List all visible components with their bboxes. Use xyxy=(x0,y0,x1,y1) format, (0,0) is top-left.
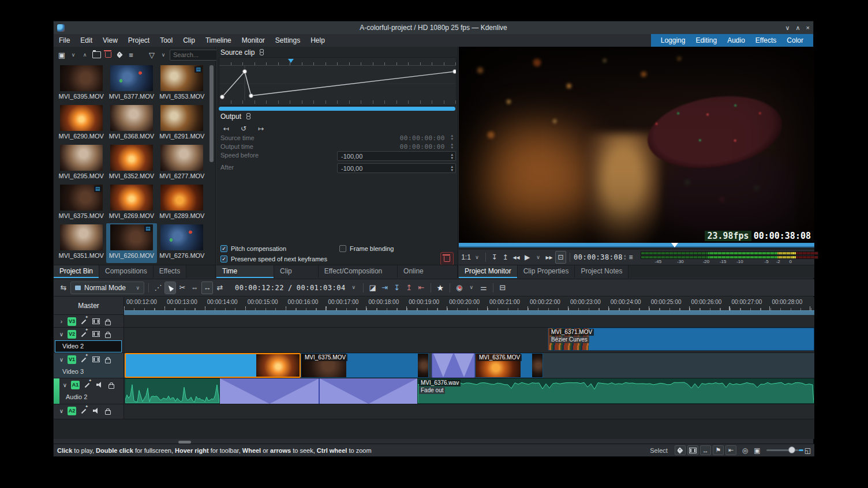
close-icon[interactable]: × xyxy=(806,24,810,31)
lock-icon[interactable] xyxy=(108,384,114,389)
timeline-audio-clip-mvi6376wav[interactable]: MVI_6376.wav Fade out xyxy=(417,378,814,404)
bin-clip-mvi-6290-mov[interactable]: MVI_6290.MOV xyxy=(56,104,106,144)
lock-icon[interactable] xyxy=(105,410,111,415)
bin-clip-mvi-6289-mov[interactable]: MVI_6289.MOV xyxy=(157,183,207,223)
menu-tool[interactable]: Tool xyxy=(155,34,178,47)
remap-tab-effect-composition-stack[interactable]: Effect/Composition Stack xyxy=(319,265,398,278)
bin-clip-mvi-6352-mov[interactable]: MVI_6352.MOV xyxy=(106,144,156,183)
chevron-right-icon[interactable]: › xyxy=(58,318,65,325)
bin-tab-project-bin[interactable]: Project Bin xyxy=(54,265,99,278)
timeline-clip-mvi6375[interactable]: MVI_6375.MOV xyxy=(301,353,429,378)
track-name[interactable]: Audio 2 xyxy=(54,391,124,403)
master-track-label[interactable]: Master xyxy=(54,297,124,315)
adjust-levels-icon[interactable]: ⚌ xyxy=(478,282,489,294)
audio-fade-segment[interactable] xyxy=(320,378,417,404)
monitor-playhead[interactable] xyxy=(671,243,678,247)
monitor-tab-project-monitor[interactable]: Project Monitor xyxy=(459,265,518,278)
chevron-down-icon[interactable]: ∨ xyxy=(58,356,65,363)
spin-arrows-icon[interactable]: ▴▾ xyxy=(451,142,453,149)
track-content-v2[interactable]: MVI_6371.MOV Bézier Curves xyxy=(124,328,814,353)
zone-mode-icon[interactable]: ⊡ xyxy=(555,251,566,264)
play-icon[interactable]: ▶ xyxy=(522,251,532,263)
effects-icon[interactable] xyxy=(80,356,87,363)
minimize-icon[interactable]: ∨ xyxy=(785,24,790,32)
effects-icon[interactable] xyxy=(80,318,87,325)
timecode-chevron-icon[interactable]: ∨ xyxy=(349,282,359,294)
bin-menu-icon[interactable]: ≡ xyxy=(126,49,136,61)
monitor-tab-project-notes[interactable]: Project Notes xyxy=(575,265,628,278)
spacer-tool-icon[interactable]: ⇔ xyxy=(189,282,200,294)
field-input[interactable]: -100,00▴▾ xyxy=(337,151,456,161)
chevron-down-icon[interactable]: ∨ xyxy=(62,382,68,388)
edit-mode-select[interactable]: Normal Mode ∨ xyxy=(70,281,144,294)
transport-timecode[interactable]: 00:00:38:08 xyxy=(574,253,623,261)
checkbox-preserve-speed-of-next-keyframes[interactable]: ✓Preserve speed of next keyframes xyxy=(220,254,339,264)
track-operations-icon[interactable]: ⇆ xyxy=(58,282,69,294)
timeline-preview-icon[interactable]: ⊟ xyxy=(497,282,508,294)
timeline-clip-mvi6371[interactable]: MVI_6371.MOV Bézier Curves xyxy=(548,328,814,351)
bin-clip-mvi-6295-mov[interactable]: MVI_6295.MOV xyxy=(56,144,106,183)
timeline-clip-selected[interactable] xyxy=(125,353,301,378)
delete-icon[interactable] xyxy=(103,49,113,61)
play-menu-chevron-icon[interactable]: ∨ xyxy=(533,251,543,263)
bin-clip-mvi-6395-mov[interactable]: MVI_6395.MOV xyxy=(56,64,106,104)
monitor-tab-clip-properties[interactable]: Clip Properties xyxy=(518,265,575,278)
timeline-position[interactable]: 00:00:12:22 xyxy=(235,284,284,292)
timeline-transition-wipe[interactable] xyxy=(432,353,475,378)
lock-icon[interactable] xyxy=(105,321,111,325)
spin-arrows-icon[interactable]: ▴▾ xyxy=(451,153,453,160)
titlebar[interactable]: A-colorful-project / HD 1080p 25 fps — K… xyxy=(54,21,813,34)
zoom-chevron-icon[interactable]: ∨ xyxy=(472,251,482,263)
remap-tab-clip-monitor[interactable]: Clip Monitor xyxy=(274,265,319,278)
thumbnails-icon[interactable] xyxy=(92,331,100,337)
lift-zone-icon[interactable]: ⇤ xyxy=(416,282,426,294)
field-input[interactable]: -100,00▴▾ xyxy=(337,163,456,173)
bin-tab-effects[interactable]: Effects xyxy=(154,265,186,278)
curve-zoombar[interactable] xyxy=(219,107,455,111)
track-content-v1[interactable]: MVI_6375.MOV MVI_6376.MOV xyxy=(124,353,814,378)
bin-scrollbar[interactable] xyxy=(209,65,214,260)
track-header-a2[interactable]: ∨ A2 xyxy=(54,404,124,419)
show-thumbnails-icon[interactable] xyxy=(687,445,698,455)
snap-icon[interactable]: ⇤ xyxy=(725,445,736,455)
menu-view[interactable]: View xyxy=(98,34,123,47)
workspace-tab-color[interactable]: Color xyxy=(781,34,809,47)
zone-in-icon[interactable]: ↧ xyxy=(489,251,499,263)
forward-icon[interactable]: ▸▸ xyxy=(544,251,554,263)
checkbox-frame-blending[interactable]: Frame blending xyxy=(339,243,435,254)
timeline-audio-clip-1[interactable] xyxy=(125,378,220,404)
overwrite-zone-icon[interactable]: ↧ xyxy=(392,282,402,294)
track-badge[interactable]: A1 xyxy=(71,381,80,389)
monitor-zoom-level[interactable]: 1:1 xyxy=(461,251,471,263)
track-header-v3[interactable]: › V3 xyxy=(54,315,124,328)
video-preview[interactable]: 23.98fps 00:00:38:08 xyxy=(459,47,814,243)
keyframe-curve-editor[interactable] xyxy=(219,57,457,106)
track-header-v1[interactable]: ∨ V1 Video 3 xyxy=(54,353,124,378)
bin-clip-mvi-6291-mov[interactable]: MVI_6291.MOV xyxy=(157,104,207,144)
selection-tool-icon[interactable] xyxy=(165,282,175,294)
fit-zoom-icon[interactable]: ◎ xyxy=(742,446,748,455)
track-badge[interactable]: A2 xyxy=(68,407,76,415)
bin-clip-mvi-6353-mov[interactable]: ▤MVI_6353.MOV xyxy=(157,64,207,104)
expand-icon[interactable]: ◱ xyxy=(805,446,811,455)
menu-settings[interactable]: Settings xyxy=(270,34,305,47)
timeline-zone-bar[interactable] xyxy=(124,310,814,315)
speaker-icon[interactable] xyxy=(93,408,99,414)
timeline-ruler[interactable]: 00:00:12:0000:00:13:0000:00:14:0000:00:1… xyxy=(124,297,814,315)
razor-tool-icon[interactable]: ✂ xyxy=(177,282,188,294)
timecode-spinner[interactable]: ▴▾ xyxy=(624,254,626,261)
bin-clip-mvi-6260-mov[interactable]: ▤MVI_6260.MOV xyxy=(106,223,156,263)
monitor-seek-ruler[interactable] xyxy=(459,243,814,250)
chevron-down-icon[interactable]: ∨ xyxy=(58,331,65,337)
bin-clip-mvi-6368-mov[interactable]: MVI_6368.MOV xyxy=(106,104,156,144)
menu-project[interactable]: Project xyxy=(123,34,155,47)
mix-clips-icon[interactable]: ◪ xyxy=(368,282,378,294)
show-markers-icon[interactable]: ⚑ xyxy=(713,445,724,455)
track-header-a1[interactable]: ∨ A1 Audio 2 xyxy=(54,378,124,404)
next-keyframe-icon[interactable]: ↦ xyxy=(256,123,266,134)
menu-timeline[interactable]: Timeline xyxy=(200,34,237,47)
effects-icon[interactable] xyxy=(80,331,87,337)
menu-file[interactable]: File xyxy=(54,34,75,47)
lock-icon[interactable] xyxy=(105,333,111,338)
bin-clip-mvi-6276-mov[interactable]: MVI_6276.MOV xyxy=(157,223,207,263)
